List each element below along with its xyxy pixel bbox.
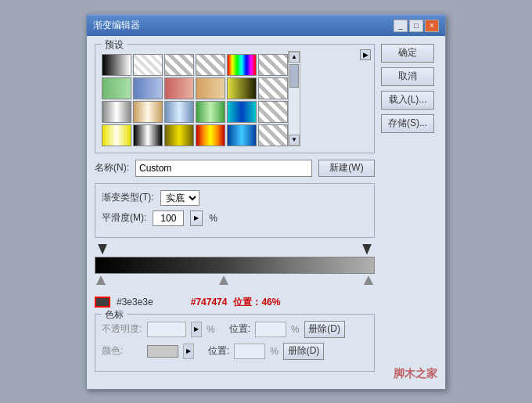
color-swatch-small[interactable] xyxy=(147,345,178,358)
opacity-pos-label: 位置: xyxy=(229,322,250,336)
gradient-bar-area xyxy=(95,244,375,290)
preset-swatch-2[interactable] xyxy=(164,54,194,76)
opacity-input[interactable] xyxy=(147,322,186,337)
color-stop-right[interactable] xyxy=(364,275,373,286)
opacity-stop-left[interactable] xyxy=(98,244,107,255)
pos-label: 位置：46% xyxy=(233,296,280,309)
presets-scrollbar[interactable]: ▲ ▼ xyxy=(288,51,300,146)
close-button[interactable]: × xyxy=(425,20,439,32)
preset-swatch-12[interactable] xyxy=(102,101,131,123)
presets-grid xyxy=(102,54,288,146)
preset-swatch-19[interactable] xyxy=(133,124,163,146)
params-box: 渐变类型(T): 实底 杂色 平滑度(M): ▶ % xyxy=(95,183,375,238)
color-pos-label: 位置: xyxy=(208,344,229,358)
name-input[interactable] xyxy=(135,160,312,177)
confirm-button[interactable]: 确定 xyxy=(381,44,434,63)
smoothness-spin[interactable]: ▶ xyxy=(190,210,203,226)
smoothness-input[interactable] xyxy=(153,210,184,226)
minimize-button[interactable]: _ xyxy=(394,20,408,32)
preset-swatch-21[interactable] xyxy=(196,124,225,146)
preset-swatch-16[interactable] xyxy=(227,101,257,123)
preset-swatch-13[interactable] xyxy=(133,101,163,123)
presets-label: 预设 xyxy=(102,38,127,52)
title-bar: 渐变编辑器 _ □ × xyxy=(87,16,445,36)
opacity-label: 不透明度: xyxy=(102,322,142,336)
color-row: 颜色: ▶ 位置: % 册除(D) xyxy=(102,343,368,360)
type-select[interactable]: 实底 杂色 xyxy=(160,190,200,206)
color-pos-unit: % xyxy=(270,346,279,357)
preset-swatch-22[interactable] xyxy=(227,124,257,146)
opacity-stop-right[interactable] xyxy=(362,244,372,255)
window-title: 渐变编辑器 xyxy=(93,19,140,32)
color-stop-mid[interactable] xyxy=(219,275,228,286)
preset-swatch-14[interactable] xyxy=(164,101,194,123)
preset-swatch-7[interactable] xyxy=(133,77,163,99)
preset-swatch-20[interactable] xyxy=(164,124,194,146)
new-button[interactable]: 新建(W) xyxy=(318,160,375,177)
opacity-pos-input[interactable] xyxy=(255,322,286,337)
scroll-track xyxy=(289,63,300,135)
preset-swatch-6[interactable] xyxy=(102,77,131,99)
smoothness-unit: % xyxy=(209,213,217,224)
preset-swatch-3[interactable] xyxy=(196,54,225,76)
preset-swatch-1[interactable] xyxy=(133,54,163,76)
preset-swatch-23[interactable] xyxy=(258,124,288,146)
opacity-row: 不透明度: ▶ % 位置: % 册除(D) xyxy=(102,321,368,338)
window-controls: _ □ × xyxy=(394,20,439,32)
type-row: 渐变类型(T): 实底 杂色 xyxy=(102,190,368,206)
gradient-bar[interactable] xyxy=(95,257,375,274)
preset-swatch-8[interactable] xyxy=(164,77,194,99)
opacity-unit: % xyxy=(207,324,215,335)
hex-mid: #747474 xyxy=(191,297,228,308)
presets-section: 预设 ▶ xyxy=(95,44,375,153)
scroll-up-arrow[interactable]: ▲ xyxy=(289,52,300,63)
cancel-button[interactable]: 取消 xyxy=(381,67,434,86)
color-spin[interactable]: ▶ xyxy=(183,344,194,359)
preset-swatch-11[interactable] xyxy=(258,77,288,99)
opacity-delete-button[interactable]: 册除(D) xyxy=(304,321,345,338)
color-stop-section: 色标 不透明度: ▶ % 位置: % 册除(D) 颜色: ▶ xyxy=(95,314,375,372)
color-pos-input[interactable] xyxy=(234,344,265,359)
presets-grid-container: ▲ ▼ xyxy=(102,51,368,146)
preset-swatch-17[interactable] xyxy=(258,101,288,123)
hex-left: #3e3e3e xyxy=(117,297,153,308)
preset-swatch-10[interactable] xyxy=(227,77,257,99)
preset-swatch-0[interactable] xyxy=(102,54,131,76)
preset-swatch-5[interactable] xyxy=(258,54,288,76)
right-panel: 确定 取消 载入(L)... 存储(S)... xyxy=(381,44,437,372)
color-delete-button[interactable]: 册除(D) xyxy=(283,343,324,360)
save-button[interactable]: 存储(S)... xyxy=(381,114,434,133)
load-button[interactable]: 载入(L)... xyxy=(381,91,434,110)
color-stop-left[interactable] xyxy=(96,275,106,286)
scroll-thumb[interactable] xyxy=(289,64,299,88)
presets-options-button[interactable]: ▶ xyxy=(360,49,371,60)
preset-swatch-15[interactable] xyxy=(196,101,225,123)
opacity-pos-unit: % xyxy=(291,324,300,335)
active-color-swatch[interactable] xyxy=(95,297,110,308)
gradient-editor-window: 渐变编辑器 _ □ × 预设 ▶ xyxy=(86,14,446,390)
smoothness-row: 平滑度(M): ▶ % xyxy=(102,210,368,226)
type-label: 渐变类型(T): xyxy=(102,191,154,204)
main-content: 预设 ▶ xyxy=(87,36,445,380)
color-stop-label: 色标 xyxy=(102,308,127,322)
preset-swatch-9[interactable] xyxy=(196,77,225,99)
name-label: 名称(N): xyxy=(95,161,129,175)
left-panel: 预设 ▶ xyxy=(95,44,375,372)
maximize-button[interactable]: □ xyxy=(409,20,423,32)
color-indicator-row: #3e3e3e #747474 位置：46% xyxy=(95,296,375,309)
preset-swatch-4[interactable] xyxy=(227,54,257,76)
color-label: 颜色: xyxy=(102,344,142,358)
opacity-spin[interactable]: ▶ xyxy=(191,322,202,337)
name-row: 名称(N): 新建(W) xyxy=(95,160,375,177)
smoothness-label: 平滑度(M): xyxy=(102,211,146,225)
scroll-down-arrow[interactable]: ▼ xyxy=(289,135,300,146)
preset-swatch-18[interactable] xyxy=(102,124,131,146)
